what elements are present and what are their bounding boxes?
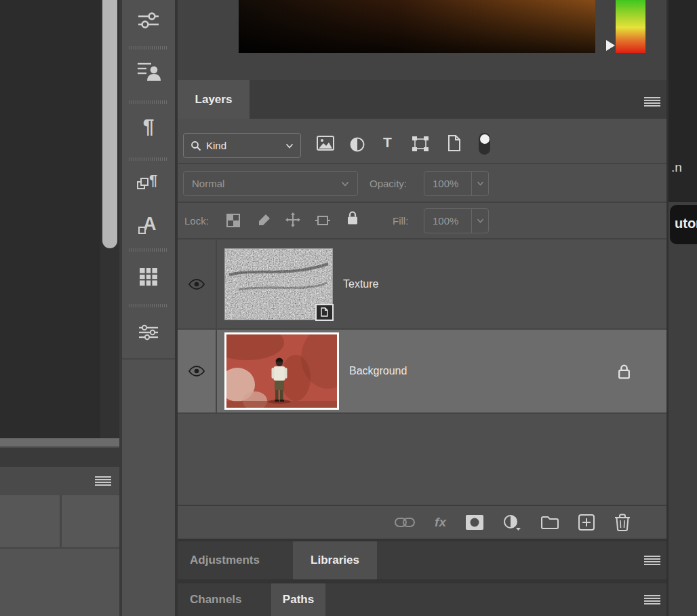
vertical-scrollbar-thumb[interactable] bbox=[102, 0, 117, 248]
chevron-down-icon bbox=[285, 143, 294, 149]
fill-dropdown-button[interactable] bbox=[471, 209, 488, 233]
collapsed-panels-strip: ¶ ¶ A bbox=[122, 0, 175, 616]
grid-icon bbox=[140, 268, 157, 286]
panel-menu-icon[interactable] bbox=[644, 556, 660, 565]
horizontal-sliders-icon bbox=[138, 324, 159, 341]
lock-pixels-button[interactable] bbox=[258, 213, 271, 227]
tab-adjustments[interactable]: Adjustments bbox=[190, 541, 260, 579]
adjustment-circle-icon bbox=[350, 137, 365, 152]
layer-row-texture[interactable]: Texture bbox=[178, 239, 666, 328]
hue-strip[interactable] bbox=[616, 0, 645, 53]
new-layer-button[interactable] bbox=[578, 514, 595, 531]
divider bbox=[216, 239, 217, 328]
fill-field[interactable]: 100% bbox=[424, 208, 489, 233]
blend-mode-dropdown[interactable]: Normal bbox=[183, 171, 358, 196]
chevron-down-icon bbox=[477, 181, 484, 186]
panel-menu-icon[interactable] bbox=[95, 476, 111, 486]
lock-transparency-button[interactable] bbox=[226, 214, 240, 227]
tab-channels[interactable]: Channels bbox=[190, 583, 242, 616]
layers-panel-menu-icon[interactable] bbox=[644, 97, 660, 107]
lock-position-button[interactable] bbox=[285, 212, 300, 227]
right-edge-panel: .n utor bbox=[669, 0, 697, 616]
glyphs-icon: ¶ bbox=[137, 172, 160, 192]
cropped-panel-card[interactable]: utor bbox=[670, 205, 697, 244]
layer-name: Texture bbox=[343, 278, 378, 290]
paragraph-styles-panel-button[interactable] bbox=[122, 52, 175, 90]
tab-paths[interactable]: Paths bbox=[271, 583, 325, 616]
opacity-value: 100% bbox=[424, 178, 471, 189]
channels-paths-tab-bar: Channels Paths bbox=[178, 583, 666, 616]
opacity-field[interactable]: 100% bbox=[424, 171, 489, 196]
adjustment-sliders-panel-button[interactable] bbox=[122, 1, 175, 39]
layers-panel-body: Kind T bbox=[178, 119, 666, 539]
divider bbox=[178, 412, 666, 414]
lock-all-button[interactable] bbox=[346, 210, 359, 225]
image-icon bbox=[317, 136, 334, 151]
adjustments-libraries-tab-bar: Adjustments Libraries bbox=[178, 541, 666, 579]
lock-artboard-button[interactable] bbox=[315, 214, 330, 227]
left-panel-body bbox=[0, 495, 119, 616]
layer-name: Background bbox=[349, 365, 407, 377]
panel-grip[interactable] bbox=[130, 304, 167, 307]
sliders-icon bbox=[137, 11, 160, 30]
panel-grip[interactable] bbox=[130, 157, 167, 161]
delete-layer-button[interactable] bbox=[614, 514, 631, 531]
add-layer-mask-button[interactable] bbox=[466, 515, 483, 530]
color-table-panel-button[interactable] bbox=[122, 258, 175, 296]
tab-layers[interactable]: Layers bbox=[178, 80, 250, 119]
artboard-icon bbox=[315, 214, 330, 227]
layer-visibility-toggle[interactable] bbox=[178, 239, 216, 328]
tab-libraries[interactable]: Libraries bbox=[293, 541, 377, 579]
layer-style-button[interactable]: fx bbox=[435, 515, 446, 530]
cropped-text: utor bbox=[675, 216, 697, 231]
panel-grip[interactable] bbox=[130, 248, 167, 252]
background-thumbnail-image bbox=[226, 334, 337, 408]
type-icon: T bbox=[383, 134, 392, 150]
layer-row-background[interactable]: Background bbox=[178, 330, 666, 412]
layers-tab-bar: Layers bbox=[178, 80, 666, 119]
divider bbox=[178, 201, 666, 203]
filter-kind-dropdown[interactable]: Kind bbox=[183, 133, 301, 158]
gradient-preview[interactable] bbox=[239, 0, 595, 53]
eye-icon bbox=[188, 366, 205, 377]
panel-grip[interactable] bbox=[130, 46, 167, 50]
divider bbox=[216, 330, 217, 412]
new-group-button[interactable] bbox=[541, 516, 559, 529]
new-adjustment-layer-button[interactable] bbox=[503, 514, 521, 531]
smart-object-page-icon bbox=[447, 135, 461, 151]
layer-thumbnail[interactable] bbox=[224, 332, 339, 410]
cropped-text: .n bbox=[671, 160, 682, 175]
glyphs-panel-button[interactable]: ¶ bbox=[122, 163, 175, 201]
panel-grip[interactable] bbox=[130, 100, 167, 104]
panel-menu-icon[interactable] bbox=[644, 595, 660, 604]
gradient-arrow-icon[interactable] bbox=[606, 40, 615, 51]
properties-panel-button[interactable] bbox=[122, 313, 175, 351]
layer-thumbnail[interactable] bbox=[224, 248, 333, 320]
fill-label: Fill: bbox=[393, 208, 408, 233]
chevron-down-icon bbox=[341, 181, 349, 187]
left-panel-lower bbox=[0, 549, 119, 616]
filter-shape-layers-button[interactable] bbox=[412, 136, 429, 151]
layer-visibility-toggle[interactable] bbox=[178, 330, 216, 412]
link-layers-button[interactable] bbox=[395, 518, 415, 527]
paragraph-panel-button[interactable]: ¶ bbox=[122, 107, 175, 145]
horizontal-scrollbar-track[interactable] bbox=[0, 438, 119, 448]
panel-gap bbox=[0, 449, 119, 467]
layers-footer-bar: fx bbox=[178, 506, 666, 539]
eye-icon bbox=[188, 279, 205, 290]
plus-square-icon bbox=[578, 514, 595, 531]
filter-pixel-layers-button[interactable] bbox=[317, 136, 334, 151]
filter-adjustment-layers-button[interactable] bbox=[350, 137, 365, 152]
opacity-dropdown-button[interactable] bbox=[471, 172, 488, 195]
link-icon bbox=[395, 518, 415, 527]
character-panel-button[interactable]: A bbox=[122, 206, 175, 244]
folder-icon bbox=[541, 516, 559, 529]
layer-filtering-toggle[interactable] bbox=[479, 133, 490, 155]
filter-type-layers-button[interactable]: T bbox=[383, 134, 392, 151]
layer-lock-badge[interactable] bbox=[618, 364, 631, 379]
lock-label: Lock: bbox=[184, 208, 209, 233]
smart-object-badge-icon bbox=[315, 304, 334, 321]
filter-smart-objects-button[interactable] bbox=[447, 135, 461, 151]
vertical-scrollbar-track[interactable] bbox=[100, 0, 119, 438]
trash-icon bbox=[614, 514, 631, 531]
